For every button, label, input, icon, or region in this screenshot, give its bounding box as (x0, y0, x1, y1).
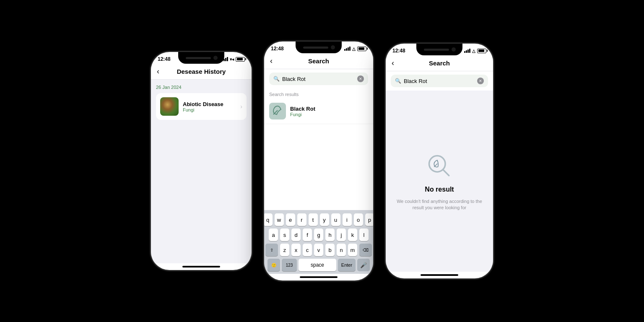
notch-pill (424, 49, 449, 51)
status-icons: ▾◂ (222, 57, 245, 62)
nav-title: Search (429, 60, 450, 67)
keyboard-row-3: ⇧ z x c v b n m ⌫ (266, 244, 371, 256)
key-v[interactable]: v (314, 244, 323, 256)
key-k[interactable]: k (348, 229, 357, 241)
key-z[interactable]: z (280, 244, 289, 256)
battery-icon (357, 47, 366, 51)
key-i[interactable]: i (343, 213, 352, 226)
nav-bar: ‹ Search (386, 55, 493, 71)
wifi-icon: △ (472, 49, 475, 53)
keyboard-row-1: q w e r t y u i o p (266, 213, 371, 226)
disease-name: Abiotic Disease (183, 101, 236, 107)
screen-content: 26 Jan 2024 Abiotic Disease Fungi › (151, 80, 252, 263)
key-r[interactable]: r (297, 213, 306, 226)
keyboard-row-2: a s d f g h j k l (266, 229, 371, 241)
disease-thumbnail (160, 97, 179, 116)
disease-history-content: 26 Jan 2024 Abiotic Disease Fungi › (151, 80, 252, 263)
key-o[interactable]: o (354, 213, 363, 226)
key-y[interactable]: y (320, 213, 329, 226)
search-clear-button[interactable]: ✕ (477, 78, 484, 84)
key-b[interactable]: b (325, 244, 335, 256)
leaf-icon (273, 105, 283, 117)
space-key[interactable]: space (299, 259, 336, 271)
search-result-card[interactable]: Black Rot Fungi (264, 99, 373, 124)
nav-bar: ‹ Desease History (151, 64, 252, 80)
search-container: 🔍 Black Rot ✕ (386, 71, 493, 91)
nav-title: Desease History (177, 68, 226, 75)
keyboard-bottom-row: 🙂 123 space Enter 🎤 (266, 259, 371, 271)
key-t[interactable]: t (309, 213, 318, 226)
key-q[interactable]: q (264, 213, 273, 226)
result-name: Black Rot (290, 106, 315, 112)
key-u[interactable]: u (331, 213, 340, 226)
key-e[interactable]: e (286, 213, 295, 226)
key-a[interactable]: a (269, 229, 278, 241)
disease-type: Fungi (183, 107, 236, 112)
enter-key[interactable]: Enter (338, 259, 356, 271)
phone-search-results: 12:48 △ ‹ Search 🔍 Black Rot ✕ Search re (264, 42, 373, 280)
key-s[interactable]: s (280, 229, 289, 241)
no-result-desc: We couldn't find anything according to t… (394, 198, 485, 211)
battery-icon (477, 49, 486, 53)
keyboard: q w e r t y u i o p a s d f g h j k l (264, 210, 373, 274)
key-x[interactable]: x (291, 244, 301, 256)
search-icon: 🔍 (395, 78, 401, 84)
notch-pill (186, 57, 211, 59)
backspace-key[interactable]: ⌫ (359, 244, 372, 256)
no-result-icon (425, 151, 454, 181)
notch-dot (213, 56, 218, 60)
emoji-key[interactable]: 🙂 (267, 259, 280, 271)
wifi-icon: ▾◂ (230, 57, 234, 62)
key-c[interactable]: c (303, 244, 312, 256)
disease-info: Abiotic Disease Fungi (183, 101, 236, 112)
key-g[interactable]: g (314, 229, 323, 241)
key-n[interactable]: n (337, 244, 346, 256)
svg-line-2 (443, 169, 449, 175)
notch (296, 42, 342, 53)
key-m[interactable]: m (348, 244, 357, 256)
home-indicator (421, 274, 458, 276)
back-button[interactable]: ‹ (270, 57, 273, 65)
status-time: 12:48 (392, 48, 405, 54)
result-info: Black Rot Fungi (290, 106, 315, 117)
search-results-label: Search results (264, 88, 373, 99)
back-button[interactable]: ‹ (392, 59, 394, 68)
key-d[interactable]: d (291, 229, 301, 241)
chevron-right-icon: › (240, 103, 242, 110)
signal-icon (464, 49, 470, 53)
key-w[interactable]: w (275, 213, 284, 226)
no-result-title: No result (425, 186, 454, 193)
no-result-container: No result We couldn't find anything acco… (386, 91, 493, 272)
search-clear-button[interactable]: ✕ (357, 75, 364, 82)
notch (178, 52, 224, 64)
key-j[interactable]: j (337, 229, 346, 241)
home-indicator (300, 276, 338, 278)
num-key[interactable]: 123 (282, 259, 297, 271)
result-thumbnail (269, 103, 286, 119)
key-p[interactable]: p (365, 213, 374, 226)
nav-bar: ‹ Search (264, 53, 373, 69)
battery-icon (236, 57, 245, 62)
search-bar[interactable]: 🔍 Black Rot ✕ (391, 75, 488, 87)
phone-search-no-result: 12:48 △ ‹ Search 🔍 Black Rot ✕ (386, 44, 493, 278)
notch-dot (331, 45, 335, 49)
status-icons: △ (464, 49, 486, 53)
key-l[interactable]: l (359, 229, 369, 241)
search-bar[interactable]: 🔍 Black Rot ✕ (269, 73, 368, 85)
key-h[interactable]: h (325, 229, 335, 241)
notch (416, 44, 462, 55)
date-label: 26 Jan 2024 (156, 85, 247, 90)
signal-icon (344, 47, 351, 51)
notch-dot (452, 47, 456, 52)
status-time: 12:48 (158, 56, 171, 62)
disease-card[interactable]: Abiotic Disease Fungi › (156, 93, 247, 120)
no-result-screen: No result We couldn't find anything acco… (386, 91, 493, 272)
shift-key[interactable]: ⇧ (265, 244, 278, 256)
home-indicator (182, 266, 220, 267)
key-f[interactable]: f (303, 229, 312, 241)
search-input[interactable]: Black Rot (282, 76, 355, 82)
phone-disease-history: 12:48 ▾◂ ‹ Desease History 26 Jan 2024 (151, 52, 252, 270)
mic-key[interactable]: 🎤 (357, 259, 370, 271)
search-input[interactable]: Black Rot (404, 78, 475, 84)
back-button[interactable]: ‹ (157, 67, 159, 76)
